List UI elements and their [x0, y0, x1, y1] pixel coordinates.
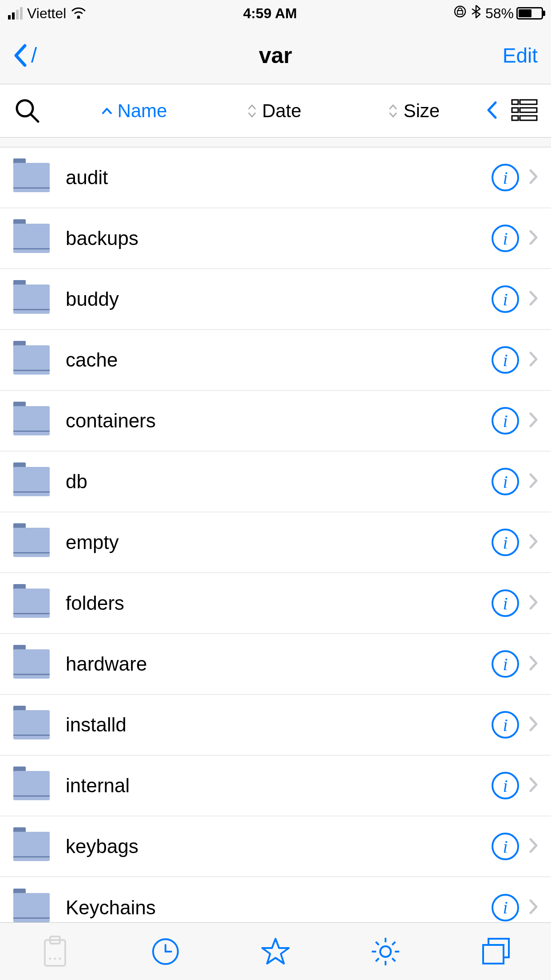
- file-name: audit: [66, 166, 492, 189]
- edit-button[interactable]: Edit: [503, 43, 538, 67]
- status-bar: Viettel 4:59 AM 58%: [0, 0, 551, 27]
- folder-icon: [13, 589, 50, 618]
- chevron-right-icon: [529, 351, 539, 369]
- file-name: cache: [66, 349, 492, 371]
- chevron-right-icon: [529, 899, 539, 917]
- file-row[interactable]: audit i: [0, 147, 551, 208]
- folder-icon: [13, 285, 50, 314]
- file-row[interactable]: internal i: [0, 755, 551, 816]
- tab-bar: [0, 922, 551, 980]
- folder-icon: [13, 649, 50, 679]
- info-button[interactable]: i: [492, 468, 519, 495]
- chevron-right-icon: [529, 229, 539, 247]
- file-list: audit i backups i buddy i cache i: [0, 147, 551, 938]
- chevron-up-icon: [102, 107, 112, 115]
- back-button[interactable]: /: [13, 43, 37, 67]
- file-name: folders: [66, 592, 492, 614]
- signal-strength-icon: [8, 7, 23, 20]
- chevron-right-icon: [529, 169, 539, 186]
- svg-point-0: [77, 16, 80, 18]
- chevron-right-icon: [529, 777, 539, 794]
- sort-toolbar: Name Date Size: [0, 84, 551, 138]
- battery-percent: 58%: [485, 5, 514, 22]
- folder-icon: [13, 224, 50, 253]
- file-row[interactable]: installd i: [0, 695, 551, 755]
- status-time: 4:59 AM: [243, 5, 297, 22]
- file-name: db: [66, 470, 492, 493]
- svg-point-13: [54, 957, 56, 960]
- svg-line-3: [31, 115, 38, 122]
- file-name: internal: [66, 775, 492, 797]
- file-row[interactable]: db i: [0, 451, 551, 512]
- file-name: backups: [66, 227, 492, 249]
- tab-settings[interactable]: [331, 923, 441, 980]
- file-row[interactable]: keybags i: [0, 816, 551, 877]
- folder-icon: [13, 467, 50, 496]
- chevron-right-icon: [529, 533, 539, 551]
- svg-rect-6: [512, 108, 518, 112]
- file-row[interactable]: empty i: [0, 512, 551, 573]
- info-button[interactable]: i: [492, 164, 519, 191]
- nav-prev-button[interactable]: [486, 101, 498, 121]
- file-row[interactable]: cache i: [0, 330, 551, 391]
- windows-icon: [480, 937, 512, 966]
- gear-icon: [370, 936, 401, 967]
- info-button[interactable]: i: [492, 589, 519, 617]
- svg-line-23: [392, 942, 395, 945]
- navigation-bar: / var Edit: [0, 27, 551, 84]
- wifi-icon: [71, 5, 87, 22]
- info-button[interactable]: i: [492, 711, 519, 739]
- svg-rect-5: [520, 100, 537, 104]
- folder-icon: [13, 771, 50, 800]
- chevron-right-icon: [529, 838, 539, 855]
- file-name: hardware: [66, 653, 492, 675]
- svg-rect-9: [520, 116, 537, 120]
- chevron-right-icon: [529, 655, 539, 673]
- svg-point-16: [380, 946, 391, 957]
- sort-by-size[interactable]: Size: [346, 100, 482, 122]
- svg-line-21: [376, 942, 379, 945]
- info-button[interactable]: i: [492, 772, 519, 799]
- file-row[interactable]: backups i: [0, 208, 551, 269]
- file-row[interactable]: buddy i: [0, 269, 551, 330]
- bluetooth-icon: [471, 4, 481, 22]
- svg-rect-7: [520, 108, 537, 112]
- file-row[interactable]: folders i: [0, 573, 551, 634]
- tab-clipboard[interactable]: [0, 923, 110, 980]
- info-button[interactable]: i: [492, 407, 519, 435]
- svg-rect-4: [512, 100, 518, 104]
- view-mode-button[interactable]: [511, 99, 538, 123]
- sort-size-label: Size: [403, 100, 440, 122]
- sort-date-label: Date: [262, 100, 302, 122]
- info-button[interactable]: i: [492, 833, 519, 860]
- file-name: containers: [66, 410, 492, 432]
- folder-icon: [13, 710, 50, 739]
- info-button[interactable]: i: [492, 225, 519, 252]
- info-button[interactable]: i: [492, 285, 519, 313]
- svg-line-22: [392, 958, 395, 961]
- file-name: installd: [66, 714, 492, 736]
- info-button[interactable]: i: [492, 529, 519, 556]
- separator: [0, 138, 551, 147]
- carrier-label: Viettel: [27, 5, 66, 22]
- folder-icon: [13, 832, 50, 861]
- search-button[interactable]: [13, 97, 62, 125]
- file-row[interactable]: containers i: [0, 391, 551, 451]
- chevron-right-icon: [529, 412, 539, 430]
- tab-windows[interactable]: [441, 923, 551, 980]
- tab-recent[interactable]: [110, 923, 220, 980]
- info-button[interactable]: i: [492, 346, 519, 374]
- tab-favorites[interactable]: [220, 923, 331, 980]
- info-button[interactable]: i: [492, 650, 519, 678]
- battery-icon: [516, 7, 543, 20]
- sort-by-date[interactable]: Date: [206, 100, 342, 122]
- file-name: keybags: [66, 835, 492, 858]
- chevron-left-icon: [486, 101, 498, 119]
- file-row[interactable]: hardware i: [0, 634, 551, 695]
- search-icon: [13, 97, 42, 125]
- clock-icon: [151, 937, 180, 966]
- folder-icon: [13, 406, 50, 435]
- sort-by-name[interactable]: Name: [67, 100, 202, 122]
- info-button[interactable]: i: [492, 894, 519, 921]
- file-name: buddy: [66, 288, 492, 310]
